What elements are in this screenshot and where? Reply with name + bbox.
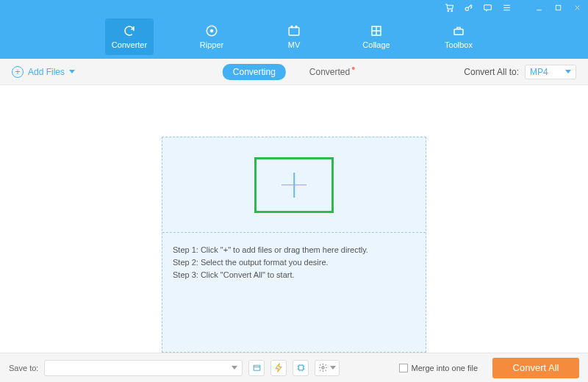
svg-point-14 — [322, 367, 324, 369]
speed-button[interactable] — [270, 360, 287, 376]
ripper-icon — [205, 24, 218, 37]
format-value: MP4 — [530, 67, 548, 77]
chevron-down-icon — [565, 70, 571, 73]
step-text: Step 2: Select the output format you des… — [173, 258, 415, 267]
footer-bar: Save to: Merge into one file Convert All — [0, 353, 588, 382]
plus-icon — [282, 173, 306, 198]
add-files-button[interactable]: + Add Files — [12, 66, 75, 78]
menu-icon[interactable] — [501, 2, 512, 12]
save-to-label: Save to: — [9, 364, 38, 372]
maximize-icon[interactable] — [553, 2, 563, 12]
segment-converting[interactable]: Converting — [223, 64, 286, 80]
tab-label: Converter — [112, 40, 147, 49]
main-nav: Converter Ripper MV Collage Toolbox — [0, 15, 588, 59]
chevron-down-icon — [330, 366, 336, 370]
chat-icon[interactable] — [482, 2, 492, 12]
tab-label: Toolbox — [445, 40, 473, 49]
checkbox-icon — [399, 364, 408, 372]
mv-icon — [287, 24, 301, 37]
save-path-dropdown[interactable] — [44, 360, 243, 376]
toolbox-icon — [452, 24, 465, 37]
dropzone-top — [162, 137, 426, 233]
step-text: Step 3: Click "Convert All" to start. — [173, 270, 415, 279]
tab-collage[interactable]: Collage — [352, 18, 401, 55]
add-file-big-button[interactable] — [254, 157, 334, 213]
svg-rect-11 — [454, 29, 463, 35]
spacer — [520, 2, 525, 12]
tab-ripper[interactable]: Ripper — [187, 18, 236, 55]
merge-label: Merge into one file — [412, 364, 478, 372]
cart-icon[interactable] — [444, 2, 454, 12]
convert-all-button[interactable]: Convert All — [492, 358, 579, 378]
svg-rect-13 — [298, 365, 304, 370]
tab-label: MV — [288, 40, 301, 49]
format-dropdown[interactable]: MP4 — [525, 65, 576, 79]
svg-point-9 — [295, 26, 297, 27]
chevron-down-icon — [232, 366, 237, 370]
chevron-down-icon — [69, 70, 75, 73]
main-area: Step 1: Click "+" to add files or drag t… — [0, 85, 588, 353]
close-icon[interactable] — [572, 2, 582, 12]
tab-mv[interactable]: MV — [270, 18, 318, 55]
settings-button[interactable] — [315, 360, 340, 376]
add-files-label: Add Files — [28, 67, 65, 77]
merge-checkbox[interactable]: Merge into one file — [399, 364, 478, 372]
svg-rect-3 — [484, 4, 491, 10]
converter-icon — [123, 24, 136, 37]
titlebar — [0, 0, 588, 15]
dropzone[interactable]: Step 1: Click "+" to add files or drag t… — [162, 137, 426, 353]
convert-all-label: Convert All to: — [464, 67, 519, 77]
open-folder-button[interactable] — [248, 360, 265, 376]
svg-rect-7 — [289, 28, 299, 36]
collage-icon — [370, 24, 383, 37]
svg-point-0 — [448, 10, 449, 12]
svg-point-2 — [465, 7, 468, 10]
tab-toolbox[interactable]: Toolbox — [434, 18, 483, 55]
sub-toolbar: + Add Files Converting Converted Convert… — [0, 59, 588, 85]
svg-rect-12 — [254, 365, 260, 370]
segment-converted[interactable]: Converted — [299, 64, 365, 80]
svg-point-1 — [451, 10, 452, 12]
svg-rect-4 — [556, 5, 560, 10]
svg-point-6 — [211, 30, 213, 32]
plus-icon: + — [12, 66, 24, 78]
minimize-icon[interactable] — [534, 2, 544, 12]
convert-all-to: Convert All to: MP4 — [464, 65, 576, 79]
dropzone-instructions: Step 1: Click "+" to add files or drag t… — [162, 233, 426, 292]
step-text: Step 1: Click "+" to add files or drag t… — [173, 245, 415, 254]
tab-label: Collage — [362, 40, 390, 49]
svg-point-8 — [291, 26, 293, 27]
status-segments: Converting Converted — [223, 64, 365, 80]
tab-label: Ripper — [200, 40, 223, 49]
gpu-button[interactable] — [293, 360, 309, 376]
key-icon[interactable] — [463, 2, 473, 12]
tab-converter[interactable]: Converter — [105, 18, 154, 55]
